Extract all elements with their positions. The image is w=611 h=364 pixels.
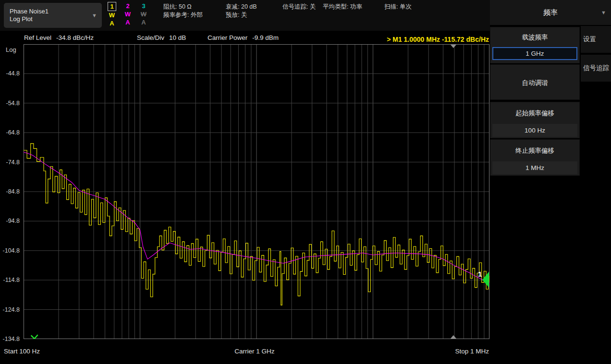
measurement-name: Phase Noise1 (10, 8, 92, 15)
trace-1-average-mode: A (108, 19, 116, 27)
chart-region: Ref Level-34.8 dBc/Hz Scale/Div10 dB Car… (0, 31, 490, 364)
top-bar: Phase Noise1 Log Plot ▼ 1 W A 2 W A 3 W … (0, 0, 490, 31)
trace-2-write-mode: W (123, 10, 132, 18)
trace-start-check-icon (31, 335, 38, 339)
trace-3-write-mode: W (139, 10, 148, 18)
sweep-indicator-top-icon (451, 45, 456, 48)
panel-menu-header[interactable]: 频率 ▼ (490, 0, 611, 26)
x-axis-start-label: Start 100 Hz (4, 348, 40, 355)
stop-offset-label: 终止频率偏移 (490, 146, 579, 155)
plot-area[interactable]: 1 (24, 44, 489, 339)
marker-1-flag-icon[interactable] (482, 272, 489, 288)
y-axis-tick-label: -54.8 (0, 99, 20, 107)
tab-signal-track[interactable]: 信号追踪 (581, 55, 611, 83)
y-axis-tick-label: -94.8 (0, 217, 20, 225)
frequency-panel: 载波频率 1 GHz 自动调谐 起始频率偏移 100 Hz 终止频率偏移 1 M… (490, 26, 580, 364)
trace-3-number: 3 (139, 2, 148, 10)
panel-tabs: 设置 信号追踪 (581, 26, 611, 364)
stop-offset-value[interactable]: 1 MHz (492, 161, 577, 174)
sweep-indicator-bottom-icon (451, 335, 456, 339)
trace-3-average-mode: A (139, 18, 148, 26)
y-axis-tick-label: -114.8 (0, 276, 20, 284)
y-axis-tick-label: -134.8 (0, 335, 20, 343)
tab-settings[interactable]: 设置 (581, 26, 611, 54)
carrier-power-readout: Carrier Power-9.9 dBm (208, 34, 279, 44)
y-axis-tick-label: -84.8 (0, 188, 20, 195)
trace-1-number: 1 (108, 2, 116, 11)
chevron-down-icon: ▼ (601, 10, 606, 15)
trace-indicators: 1 W A 2 W A 3 W A (108, 2, 156, 30)
trace-2-average-mode: A (123, 18, 132, 26)
attenuation-preamp-annotation: 衰减: 20 dB预放: 关 (226, 3, 257, 19)
status-annotations: 阻抗: 50 Ω频率参考: 外部 衰减: 20 dB预放: 关 信号追踪: 关 … (162, 3, 490, 29)
start-offset-value[interactable]: 100 Hz (492, 124, 577, 137)
panel-title: 频率 (543, 8, 558, 17)
impedance-freq-ref-annotation: 阻抗: 50 Ω频率参考: 外部 (163, 3, 203, 19)
start-offset-label: 起始频率偏移 (490, 109, 579, 118)
measurement-selector[interactable]: Phase Noise1 Log Plot ▼ (4, 3, 102, 28)
x-axis-carrier-label: Carrier 1 GHz (207, 348, 303, 355)
trace-2-number: 2 (123, 2, 132, 10)
signal-track-annotation: 信号追踪: 关 (282, 3, 316, 11)
average-type-annotation: 平均类型: 功率 (323, 3, 362, 11)
carrier-frequency-label: 载波频率 (490, 33, 579, 42)
y-axis-tick-label: -104.8 (0, 247, 20, 255)
sweep-mode-annotation: 扫描: 单次 (384, 3, 412, 11)
trace-1-write-mode: W (108, 11, 116, 19)
chevron-down-icon: ▼ (92, 12, 97, 18)
y-axis-tick-label: -124.8 (0, 306, 20, 314)
trace-1-indicator[interactable]: 1 W A (108, 2, 116, 27)
scale-per-div-readout: Scale/Div10 dB (137, 34, 186, 44)
trace-2-indicator[interactable]: 2 W A (123, 2, 132, 26)
carrier-frequency-block[interactable]: 载波频率 1 GHz (490, 27, 580, 63)
marker-1-number-label: 1 (478, 270, 482, 278)
y-axis-tick-label: -44.8 (0, 70, 20, 77)
y-axis-tick-label: -74.8 (0, 158, 20, 166)
measurement-view: Log Plot (10, 15, 92, 23)
trace-3-indicator[interactable]: 3 W A (139, 2, 148, 26)
stop-offset-block[interactable]: 终止频率偏移 1 MHz (490, 139, 580, 176)
phase-noise-analyzer-app: Phase Noise1 Log Plot ▼ 1 W A 2 W A 3 W … (0, 0, 611, 364)
start-offset-block[interactable]: 起始频率偏移 100 Hz (490, 102, 580, 138)
marker-readout: > M1 1.0000 MHz -115.72 dBc/Hz (387, 36, 489, 43)
ref-level-readout: Ref Level-34.8 dBc/Hz (24, 34, 94, 44)
x-axis-stop-label: Stop 1 MHz (455, 348, 489, 355)
auto-tune-button[interactable]: 自动调谐 (490, 64, 580, 100)
carrier-frequency-value[interactable]: 1 GHz (492, 47, 577, 60)
y-axis-tick-label: -64.8 (0, 129, 20, 136)
y-axis-tick-labels: -44.8-54.8-64.8-74.8-84.8-94.8-104.8-114… (0, 31, 21, 364)
auto-tune-label: 自动调谐 (490, 79, 579, 87)
